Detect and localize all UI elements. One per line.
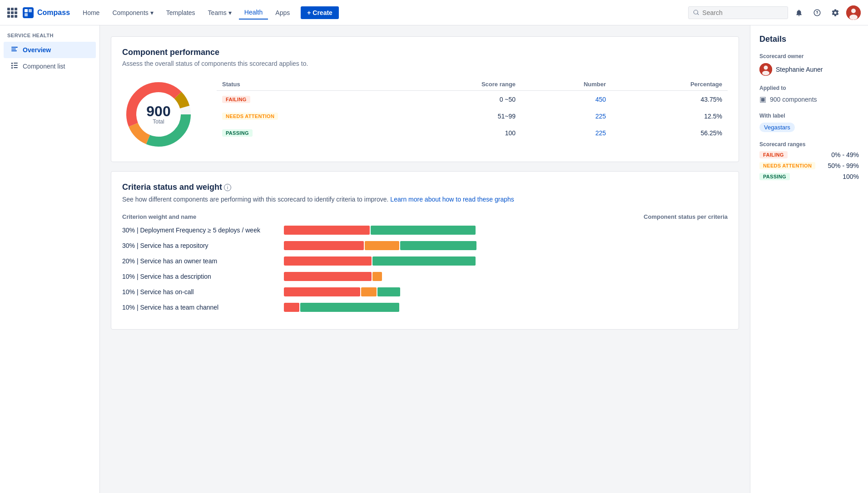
box-icon: ▣ [759,95,766,104]
bar-red [284,256,372,266]
bar-track [284,226,728,235]
svg-rect-7 [11,49,16,49]
svg-rect-1 [29,9,32,12]
bar-label: 20% | Service has an owner team [122,257,277,265]
bar-track [284,303,728,312]
svg-point-5 [849,15,858,20]
nav-templates[interactable]: Templates [161,6,201,19]
bell-icon [795,9,803,17]
criteria-title: Criteria status and weight [122,182,222,192]
nav-apps[interactable]: Apps [270,6,295,19]
bar-label: 10% | Service has on-call [122,288,277,296]
logo[interactable]: Compass [23,7,70,18]
bar-track [284,256,728,266]
col-score-range: Score range [398,78,521,91]
search-input[interactable] [702,9,783,16]
settings-button[interactable] [828,5,843,20]
search-icon [693,9,699,16]
app-switcher-icon[interactable] [7,8,17,18]
criteria-col-left: Criterion weight and name [122,213,196,220]
donut-total: 900 [146,104,170,118]
range-row: NEEDS ATTENTION 50% - 99% [759,162,859,169]
chevron-down-icon: ▾ [150,9,154,16]
create-button[interactable]: + Create [301,6,339,19]
bar-row: 10% | Service has a description [122,272,728,281]
learn-more-link[interactable]: Learn more about how to read these graph… [390,196,514,203]
score-range: 0 ~50 [398,91,521,108]
number-link[interactable]: 225 [595,129,606,137]
sidebar-item-label: Component list [23,63,65,70]
bar-track [284,287,728,296]
label-tag[interactable]: Vegastars [759,123,795,132]
app-layout: Service Health Overview Component list C… [0,25,868,493]
number-link[interactable]: 450 [595,96,606,103]
avatar[interactable] [846,5,861,20]
sidebar-item-overview[interactable]: Overview [4,42,96,58]
criteria-status-card: Criteria status and weight i See how dif… [111,171,739,330]
scorecard-ranges-label: Scorecard ranges [759,141,859,148]
topnav-right [688,5,861,20]
nav-home[interactable]: Home [77,6,105,19]
svg-rect-9 [11,63,13,64]
bar-row: 20% | Service has an owner team [122,256,728,266]
sidebar-section-label: Service Health [0,33,99,42]
bar-orange [365,241,399,250]
applied-to-label: Applied to [759,85,859,91]
table-row: PASSING 100 225 56.25% [217,124,728,141]
sidebar-item-label: Overview [23,46,51,54]
scorecard-ranges-section: Scorecard ranges FAILING 0% - 49% NEEDS … [759,141,859,180]
bar-label: 10% | Service has a description [122,273,277,280]
svg-rect-14 [14,67,18,68]
bar-label: 30% | Service has a repository [122,242,277,249]
criteria-header-row: Criterion weight and name Component stat… [122,213,728,220]
range-badge: PASSING [759,173,790,180]
svg-rect-11 [11,65,13,66]
percentage: 43.75% [611,91,728,108]
score-range: 100 [398,124,521,141]
bar-row: 30% | Service has a repository [122,241,728,250]
applied-to-value: 900 components [770,96,817,103]
criteria-bars: 30% | Deployment Frequency ≥ 5 deploys /… [122,226,728,312]
main-nav: Home Components ▾ Templates Teams ▾ Heal… [77,6,688,20]
nav-health[interactable]: Health [239,6,268,20]
search-box[interactable] [688,6,788,19]
sidebar-item-component-list[interactable]: Component list [4,58,96,74]
details-title: Details [759,35,859,44]
range-pct: 100% [843,173,859,180]
bar-red [284,303,299,312]
help-button[interactable] [810,5,824,20]
component-performance-subtitle: Assess the overall status of components … [122,60,728,67]
svg-rect-10 [14,63,18,64]
range-row: FAILING 0% - 49% [759,151,859,158]
svg-point-21 [764,66,768,70]
bar-row: 30% | Deployment Frequency ≥ 5 deploys /… [122,226,728,235]
performance-section: 900 Total Status Score range Number Perc… [122,78,728,151]
owner-avatar [759,63,772,76]
bar-red [284,226,370,235]
percentage: 56.25% [611,124,728,141]
bar-track [284,272,728,281]
logo-icon [23,7,34,18]
notifications-button[interactable] [792,5,806,20]
bar-green [372,256,476,266]
range-badge: NEEDS ATTENTION [759,162,815,169]
criteria-col-right: Component status per criteria [644,213,728,220]
with-label-section: With label Vegastars [759,113,859,132]
bar-orange [372,272,382,281]
status-badge: PASSING [222,129,253,137]
bar-green [371,226,476,235]
sidebar: Service Health Overview Component list [0,25,100,493]
nav-teams[interactable]: Teams ▾ [203,6,237,19]
number-link[interactable]: 225 [595,113,606,120]
info-icon[interactable]: i [224,184,231,191]
main-content: Component performance Assess the overall… [100,25,750,493]
bar-label: 30% | Deployment Frequency ≥ 5 deploys /… [122,227,277,234]
status-badge: NEEDS ATTENTION [222,113,278,120]
nav-components[interactable]: Components ▾ [107,6,159,19]
score-range: 51~99 [398,108,521,124]
svg-rect-2 [25,13,28,16]
scorecard-owner-section: Scorecard owner Stephanie Auner [759,53,859,76]
logo-text: Compass [37,9,70,17]
details-panel: Details Scorecard owner Stephanie Auner … [750,25,868,493]
bar-green [400,241,476,250]
